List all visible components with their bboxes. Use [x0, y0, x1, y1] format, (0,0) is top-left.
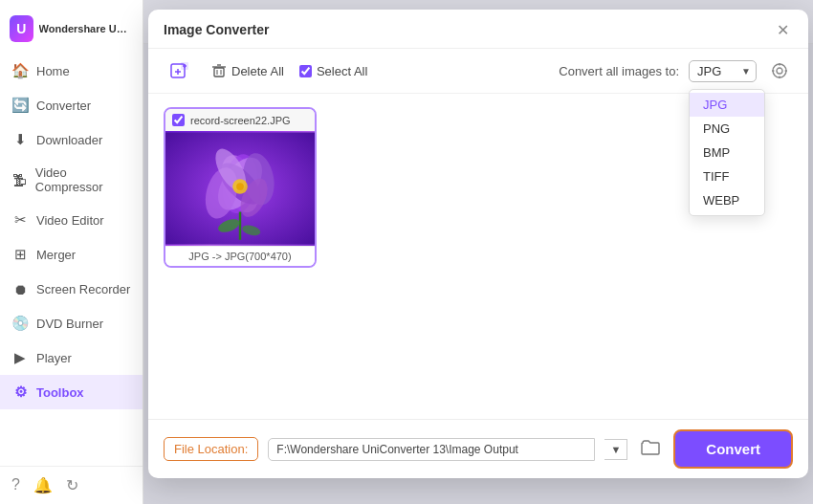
sidebar-footer: ? 🔔 ↻: [0, 466, 143, 504]
app-title: Wondershare UniCon: [39, 23, 133, 34]
svg-rect-15: [772, 70, 775, 72]
format-dropdown: JPG PNG BMP TIFF WEBP: [689, 89, 765, 216]
svg-rect-14: [779, 77, 780, 79]
convert-button[interactable]: Convert: [673, 429, 793, 469]
delete-icon: [211, 63, 227, 78]
select-all-checkbox[interactable]: [299, 65, 312, 77]
sidebar-label-converter: Converter: [36, 99, 91, 113]
sidebar-label-dvd-burner: DVD Burner: [36, 317, 103, 331]
svg-point-12: [777, 68, 782, 74]
video-compressor-icon: 🗜: [11, 171, 28, 188]
sidebar-label-toolbox: Toolbox: [36, 385, 84, 400]
main-area: Image Converter ✕: [143, 0, 813, 504]
modal-footer: File Location: ▼ Convert: [148, 419, 808, 478]
svg-rect-6: [214, 68, 224, 77]
settings-icon: [770, 61, 789, 80]
format-option-bmp[interactable]: BMP: [690, 141, 764, 164]
format-option-png[interactable]: PNG: [690, 117, 764, 141]
format-option-tiff[interactable]: TIFF: [690, 164, 764, 188]
sidebar-label-home: Home: [36, 64, 70, 78]
image-card-checkbox[interactable]: [172, 114, 185, 126]
notification-icon[interactable]: 🔔: [33, 476, 53, 494]
sidebar-label-video-compressor: Video Compressor: [35, 165, 131, 194]
dvd-burner-icon: 💿: [11, 315, 29, 332]
image-card-header: record-screen22.JPG: [165, 109, 315, 131]
sidebar-item-converter[interactable]: 🔄 Converter: [0, 88, 143, 122]
svg-point-30: [236, 183, 244, 190]
sidebar-item-merger[interactable]: ⊞ Merger: [0, 237, 143, 272]
format-select-wrapper: JPG PNG BMP TIFF WEBP ▼ JPG PNG BMP TIFF…: [689, 60, 757, 82]
flower-svg: [165, 131, 315, 246]
sidebar-label-merger: Merger: [36, 248, 76, 262]
sidebar-item-dvd-burner[interactable]: 💿 DVD Burner: [0, 306, 143, 340]
sidebar: U Wondershare UniCon 🏠 Home 🔄 Converter …: [0, 0, 143, 504]
file-location-dropdown-arrow[interactable]: ▼: [604, 439, 627, 460]
image-card: record-screen22.JPG: [164, 107, 317, 268]
delete-all-button[interactable]: Delete All: [206, 59, 290, 82]
sidebar-item-player[interactable]: ▶ Player: [0, 340, 143, 375]
sidebar-item-downloader[interactable]: ⬇ Downloader: [0, 122, 143, 157]
format-option-webp[interactable]: WEBP: [690, 188, 764, 212]
browse-folder-button[interactable]: [637, 437, 664, 462]
add-files-icon: [169, 60, 190, 81]
sidebar-item-video-compressor[interactable]: 🗜 Video Compressor: [0, 157, 143, 203]
file-location-input[interactable]: [268, 438, 595, 461]
sidebar-label-screen-recorder: Screen Recorder: [36, 282, 130, 296]
image-thumbnail: [165, 131, 315, 246]
select-all-label: Select All: [317, 64, 367, 78]
converter-icon: 🔄: [11, 97, 29, 114]
screen-recorder-icon: ⏺: [11, 280, 29, 297]
sidebar-item-home[interactable]: 🏠 Home: [0, 54, 143, 88]
sidebar-label-video-editor: Video Editor: [36, 213, 104, 228]
video-editor-icon: ✂: [11, 211, 29, 229]
modal-overlay: Image Converter ✕: [143, 0, 813, 504]
add-files-button[interactable]: [164, 56, 196, 85]
help-icon[interactable]: ?: [11, 476, 20, 494]
home-icon: 🏠: [11, 62, 29, 79]
sidebar-item-screen-recorder[interactable]: ⏺ Screen Recorder: [0, 272, 143, 306]
app-logo: U: [10, 15, 33, 42]
select-all-checkbox-label[interactable]: Select All: [299, 64, 367, 78]
modal-header: Image Converter ✕: [148, 10, 808, 49]
image-converter-modal: Image Converter ✕: [148, 10, 808, 478]
toolbox-icon: ⚙: [11, 383, 29, 401]
format-option-jpg[interactable]: JPG: [690, 93, 764, 117]
sidebar-item-video-editor[interactable]: ✂ Video Editor: [0, 203, 143, 237]
convert-all-label: Convert all images to:: [559, 64, 679, 78]
svg-point-11: [773, 64, 786, 77]
image-card-filename: record-screen22.JPG: [190, 115, 291, 126]
merger-icon: ⊞: [11, 246, 29, 263]
svg-rect-16: [785, 70, 788, 72]
settings-button[interactable]: [766, 59, 793, 82]
player-icon: ▶: [11, 349, 29, 366]
folder-icon: [641, 439, 660, 456]
sidebar-label-player: Player: [36, 351, 72, 365]
sidebar-label-downloader: Downloader: [36, 133, 102, 147]
file-location-label: File Location:: [164, 437, 258, 461]
modal-toolbar: Delete All Select All Convert all images…: [148, 49, 808, 94]
refresh-icon[interactable]: ↻: [66, 476, 78, 494]
svg-rect-13: [779, 63, 780, 66]
sidebar-header: U Wondershare UniCon: [0, 8, 143, 54]
modal-title: Image Converter: [164, 22, 269, 37]
image-card-caption: JPG -> JPG(700*470): [165, 246, 315, 266]
delete-all-label: Delete All: [231, 64, 284, 78]
sidebar-item-toolbox[interactable]: ⚙ Toolbox: [0, 375, 143, 409]
modal-close-button[interactable]: ✕: [772, 19, 793, 40]
format-select[interactable]: JPG PNG BMP TIFF WEBP: [689, 60, 757, 82]
downloader-icon: ⬇: [11, 131, 29, 148]
